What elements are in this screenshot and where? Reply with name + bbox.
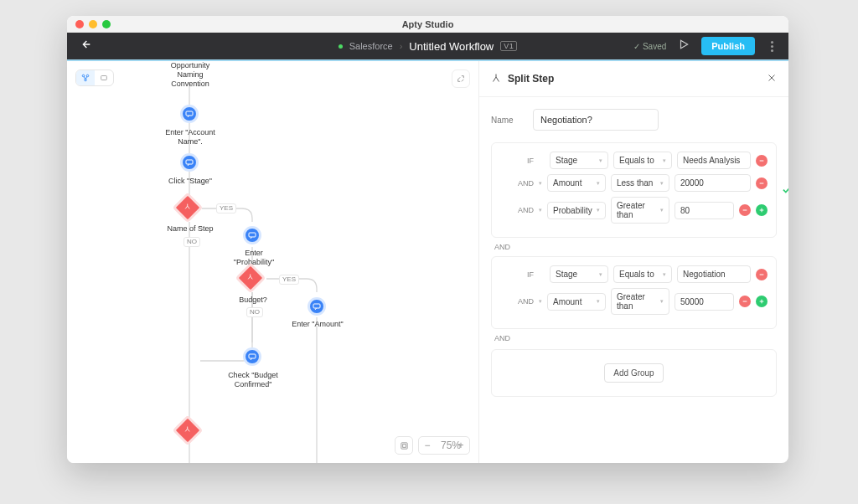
titlebar: Apty Studio — [67, 16, 788, 33]
message-icon — [243, 347, 261, 366]
flow-node-label: Enter "Amount" — [292, 320, 344, 329]
add-row-button[interactable] — [756, 296, 768, 307]
remove-row-button[interactable] — [756, 269, 768, 280]
flow-node[interactable] — [243, 347, 261, 366]
flow-node-label: Opportunity Naming Convention — [159, 61, 221, 88]
comparator-select[interactable]: Equals to▾ — [613, 152, 672, 169]
value-input[interactable]: 50000 — [675, 293, 734, 311]
flow-node[interactable] — [180, 105, 199, 123]
chevron-down-icon[interactable]: ▾ — [539, 180, 542, 187]
logic-op: AND — [500, 206, 534, 214]
breadcrumb-app[interactable]: Salesforce — [349, 41, 393, 51]
message-icon — [180, 105, 199, 123]
chevron-down-icon: ▾ — [597, 207, 600, 213]
version-badge: V1 — [500, 41, 517, 51]
branch-label-no: NO — [183, 237, 200, 247]
close-panel-button[interactable] — [767, 71, 777, 86]
chevron-down-icon: ▾ — [597, 298, 600, 305]
zoom-level: 75% — [436, 440, 452, 451]
remove-row-button[interactable] — [756, 177, 768, 189]
condition-row: AND▾Amount▾Less than▾20000 — [500, 174, 768, 192]
svg-rect-15 — [249, 354, 256, 358]
side-panel-header: Split Step — [479, 61, 788, 97]
workflow-title: Untitled Workflow — [409, 40, 494, 53]
condition-row: AND▾Probability▾Greater than▾80 — [500, 197, 768, 224]
zoom-out-button[interactable]: − — [419, 440, 436, 451]
chevron-down-icon[interactable]: ▾ — [539, 207, 542, 213]
chevron-down-icon: ▾ — [660, 180, 664, 187]
split-icon — [173, 415, 204, 446]
flow-node-label: Enter "Account Name". — [161, 128, 220, 147]
value-input[interactable]: Negotiation — [677, 265, 751, 283]
remove-row-button[interactable] — [739, 204, 751, 216]
chevron-down-icon: ▾ — [599, 157, 602, 164]
message-icon — [308, 297, 326, 316]
step-name-input[interactable] — [533, 109, 659, 131]
chevron-down-icon: ▾ — [597, 180, 600, 187]
status-dot-icon — [339, 44, 343, 49]
add-group-container: Add Group — [491, 349, 777, 397]
split-step-icon — [491, 71, 501, 86]
comparator-select[interactable]: Greater than▾ — [611, 197, 669, 224]
flow-node-label: Click "Stage" — [168, 177, 213, 186]
svg-rect-16 — [401, 442, 406, 448]
fit-to-screen-button[interactable] — [395, 436, 413, 455]
split-node[interactable] — [177, 419, 199, 441]
zoom-controls: − 75% + — [395, 436, 470, 455]
app-window: Apty Studio Salesforce › Untitled Workfl… — [67, 16, 788, 463]
group-separator: AND — [494, 243, 777, 251]
chevron-right-icon: › — [400, 41, 403, 51]
value-input[interactable]: 20000 — [675, 174, 751, 192]
logic-op: IF — [500, 270, 534, 279]
toolbar: Salesforce › Untitled Workflow V1 Saved … — [67, 33, 788, 61]
logic-op: AND — [500, 179, 534, 188]
window-title: Apty Studio — [67, 19, 788, 29]
zoom-in-button[interactable]: + — [452, 440, 469, 451]
flow-node-label: Check "Budget Confirmed" — [227, 371, 279, 389]
svg-rect-17 — [402, 444, 406, 447]
remove-row-button[interactable] — [739, 296, 751, 307]
svg-rect-11 — [186, 111, 193, 116]
side-panel-body: Name IFStage▾Equals to▾Needs AnalysisAND… — [479, 97, 788, 409]
split-icon — [173, 193, 204, 224]
value-input[interactable]: 80 — [675, 202, 734, 219]
group-separator: AND — [494, 334, 777, 342]
field-select[interactable]: Amount▾ — [547, 174, 606, 192]
flow-node[interactable] — [308, 297, 326, 316]
field-select[interactable]: Amount▾ — [547, 293, 606, 311]
comparator-select[interactable]: Greater than▾ — [611, 288, 669, 315]
add-group-button[interactable]: Add Group — [604, 363, 663, 383]
value-input[interactable]: Needs Analysis — [677, 152, 751, 169]
chevron-down-icon: ▾ — [663, 157, 666, 164]
branch-label-yes: YES — [216, 203, 236, 213]
flow-canvas[interactable]: Opportunity Naming Convention Enter "Acc… — [67, 61, 478, 463]
breadcrumb: Salesforce › Untitled Workflow V1 — [67, 40, 788, 53]
condition-row: AND▾Amount▾Greater than▾50000 — [500, 288, 768, 315]
split-node[interactable] — [177, 197, 199, 219]
flow-node-label: Name of Step — [164, 224, 216, 234]
logic-op: IF — [500, 157, 534, 165]
field-select[interactable]: Probability▾ — [547, 202, 606, 219]
logic-op: AND — [500, 297, 534, 306]
flow-node[interactable] — [180, 153, 199, 172]
condition-row: IFStage▾Equals to▾Needs Analysis — [500, 152, 768, 169]
comparator-select[interactable]: Less than▾ — [611, 174, 669, 192]
chevron-down-icon: ▾ — [660, 207, 664, 213]
side-panel-title: Split Step — [508, 73, 554, 85]
condition-group: IFStage▾Equals to▾NegotiationAND▾Amount▾… — [491, 256, 777, 329]
svg-rect-12 — [186, 160, 193, 164]
add-row-button[interactable] — [756, 204, 768, 216]
chevron-down-icon[interactable]: ▾ — [539, 298, 542, 305]
condition-group: IFStage▾Equals to▾Needs AnalysisAND▾Amou… — [491, 142, 777, 238]
split-icon — [235, 263, 266, 294]
flow-node-label: Enter "Probability" — [226, 249, 282, 267]
field-select[interactable]: Stage▾ — [550, 152, 608, 169]
chevron-down-icon: ▾ — [660, 298, 664, 305]
flow-node[interactable] — [243, 226, 261, 244]
split-node[interactable] — [240, 267, 261, 289]
comparator-select[interactable]: Equals to▾ — [613, 265, 672, 283]
field-select[interactable]: Stage▾ — [550, 265, 608, 283]
remove-row-button[interactable] — [756, 155, 768, 167]
condition-row: IFStage▾Equals to▾Negotiation — [500, 265, 768, 283]
chevron-down-icon: ▾ — [663, 271, 666, 278]
